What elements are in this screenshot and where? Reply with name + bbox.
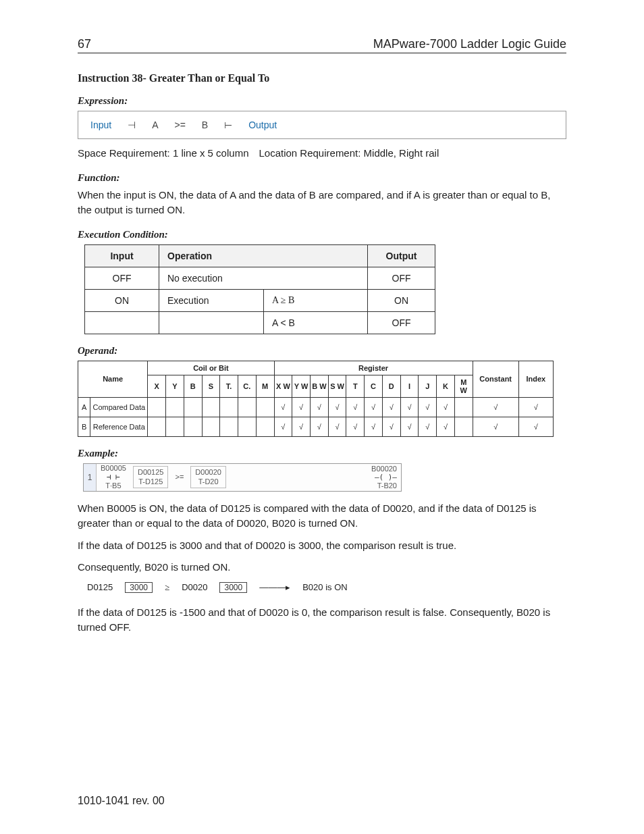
cell: B: [78, 417, 90, 436]
cell: [184, 417, 202, 436]
io-output-label: Output: [248, 120, 277, 130]
b-bot: T-D20: [195, 477, 221, 486]
cell: OFF: [368, 267, 435, 289]
cell: [148, 397, 166, 417]
expression-box: Input ⊣ A >= B ⊢ Output: [78, 111, 566, 139]
cell: √: [400, 397, 419, 417]
th: X: [148, 375, 166, 397]
cell: √: [400, 417, 419, 436]
cell: [184, 397, 202, 417]
th: J: [419, 375, 437, 397]
cell: No execution: [159, 267, 368, 289]
th: T: [346, 375, 365, 397]
compare-op: >=: [171, 473, 188, 481]
exec-table: Input Operation Output OFF No execution …: [84, 244, 435, 334]
cmp-a-value: 3000: [125, 582, 153, 593]
cell: √: [346, 417, 365, 436]
page: 67 MAPware-7000 Ladder Logic Guide Instr…: [0, 0, 644, 834]
para-1: When B0005 is ON, the data of D0125 is c…: [78, 501, 566, 531]
cell: √: [473, 397, 518, 417]
io-input-label: Input: [90, 120, 111, 130]
output-coil: B00020 —( )— T-B20: [371, 465, 401, 490]
doc-title: MAPware-7000 Ladder Logic Guide: [373, 37, 566, 51]
ladder-diagram: 1 B00005 ⊣ ⊢ T·B5 D00125 T-D125 >= D0002…: [83, 463, 402, 492]
io-B: B: [202, 120, 208, 130]
cell: √: [419, 417, 437, 436]
cell: √: [310, 417, 328, 436]
section-title: Instruction 38- Greater Than or Equal To: [78, 72, 566, 84]
cell: ON: [368, 289, 435, 311]
cell: √: [437, 397, 455, 417]
th: T.: [220, 375, 238, 397]
th-operation: Operation: [159, 244, 368, 267]
b-top: D00020: [195, 468, 221, 477]
cell: √: [518, 397, 553, 417]
cell: √: [419, 397, 437, 417]
cell: √: [274, 417, 292, 436]
footer-rev: 1010-1041 rev. 00: [78, 795, 165, 807]
table-row: B Reference Data √ √ √ √ √ √ √ √ √ √ √ √: [78, 417, 554, 436]
cell: [166, 417, 184, 436]
expression-heading: Expression:: [78, 95, 566, 107]
cmp-b-value: 3000: [219, 582, 247, 593]
cell: [238, 417, 257, 436]
contact-tag: T·B5: [101, 481, 126, 490]
cell: √: [346, 397, 365, 417]
page-number: 67: [78, 37, 91, 51]
table-row: A < B OFF: [85, 311, 435, 334]
io-symbol-left: ⊣: [128, 120, 136, 130]
io-A: A: [152, 120, 158, 130]
th-name: Name: [78, 361, 148, 397]
coil-bot: T-B20: [371, 481, 397, 490]
operand-a: D00125 T-D125: [133, 466, 169, 488]
operand-b: D00020 T-D20: [190, 466, 226, 488]
th-coil: Coil or Bit: [148, 361, 274, 375]
cell: [220, 417, 238, 436]
cell: √: [437, 417, 455, 436]
th: K: [437, 375, 455, 397]
io-symbol-right: ⊢: [224, 120, 232, 130]
cell: Compared Data: [90, 397, 148, 417]
cmp-op: ≥: [165, 582, 169, 593]
th: I: [400, 375, 419, 397]
cmp-a-label: D0125: [87, 582, 113, 592]
th: S W: [328, 375, 346, 397]
th: Y W: [292, 375, 311, 397]
th-output: Output: [368, 244, 435, 267]
cell: Execution: [159, 289, 264, 311]
cell: [85, 311, 159, 334]
cell: [202, 417, 220, 436]
cell: √: [328, 417, 346, 436]
th: D: [382, 375, 400, 397]
operand-table: Name Coil or Bit Register Constant Index…: [78, 361, 554, 437]
cell: √: [274, 397, 292, 417]
a-bot: T-D125: [138, 477, 164, 486]
cell: √: [473, 417, 518, 436]
running-header: 67 MAPware-7000 Ladder Logic Guide: [78, 37, 566, 53]
th: B W: [310, 375, 328, 397]
cell: [148, 417, 166, 436]
cell: OFF: [368, 311, 435, 334]
th: S: [202, 375, 220, 397]
space-loc: Space Requirement: 1 line x 5 column Loc…: [78, 146, 566, 161]
arrow-icon: ———▸: [259, 582, 290, 592]
cell: √: [292, 417, 311, 436]
contact: B00005 ⊣ ⊢ T·B5: [97, 464, 130, 491]
th: C: [365, 375, 383, 397]
cell: [159, 311, 264, 334]
th: M W: [454, 375, 473, 397]
cell: √: [365, 397, 383, 417]
table-row: OFF No execution OFF: [85, 267, 435, 289]
cell: [220, 397, 238, 417]
example-heading: Example:: [78, 448, 566, 459]
cell: [238, 397, 257, 417]
function-body: When the input is ON, the data of A and …: [78, 188, 566, 218]
cmp-b-label: D0020: [182, 582, 207, 592]
cell: [202, 397, 220, 417]
cell: √: [328, 397, 346, 417]
cell: √: [518, 417, 553, 436]
th: X W: [274, 375, 292, 397]
rung-number: 1: [84, 464, 97, 491]
th: Y: [166, 375, 184, 397]
th-register: Register: [274, 361, 473, 375]
